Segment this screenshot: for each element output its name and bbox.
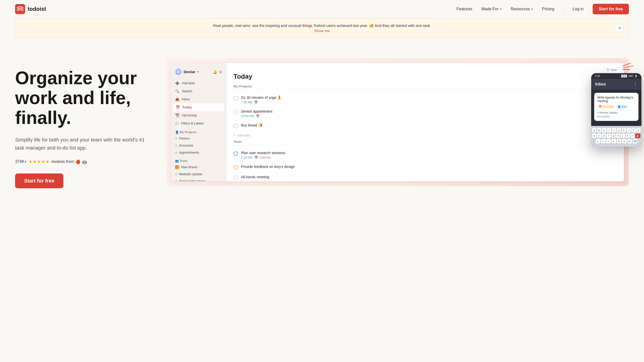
task-name-dentist: Dentist appointment (241, 109, 617, 113)
sidebar-add-task[interactable]: ➕ Add task (171, 79, 226, 87)
sidebar-project-fitness[interactable]: # Fitness (171, 135, 226, 142)
key-t[interactable]: t (612, 128, 616, 132)
task-checkbox-dentist[interactable] (233, 110, 238, 114)
task-content-feedback: Provide feedback on Amy's design (241, 165, 617, 170)
app-main-header: ☰ View (233, 68, 617, 72)
key-c[interactable]: c (606, 139, 611, 144)
task-name-bread: Buy bread 🍞 (241, 123, 617, 127)
task-time-yoga: 7:30 AM (241, 101, 252, 104)
logo-text: todoist (28, 6, 46, 12)
app-main-content: ☰ View Today My Projects Do 30 minutes o… (226, 63, 624, 181)
view-button[interactable]: ☰ View (607, 68, 617, 72)
sidebar-label-add-task: Add task (182, 81, 195, 85)
hero-cta-button[interactable]: Start for free (15, 173, 63, 188)
user-name: Denise (184, 70, 195, 74)
project-label-groceries: Groceries (179, 144, 193, 147)
task-checkbox-bread[interactable] (233, 124, 238, 128)
key-m[interactable]: m (627, 139, 632, 144)
task-name-allhands: All-hands meeting (241, 175, 617, 179)
key-r[interactable]: r (607, 128, 611, 132)
key-j[interactable]: j (621, 133, 625, 138)
today-icon: 📅 (176, 105, 180, 109)
sidebar-project-groceries[interactable]: # Groceries (171, 142, 226, 149)
key-d[interactable]: d (602, 133, 606, 138)
hash-icon-fitness: # (175, 137, 177, 141)
key-u[interactable]: u (622, 128, 626, 132)
add-task-my-projects[interactable]: + Add task (233, 131, 617, 140)
key-q[interactable]: q (592, 128, 596, 132)
key-a[interactable]: a (592, 133, 596, 138)
sidebar-search[interactable]: 🔍 Search (171, 87, 226, 95)
key-n[interactable]: n (622, 139, 627, 144)
upcoming-icon: 📆 (175, 113, 179, 117)
nav-made-for[interactable]: Made For (481, 7, 502, 11)
key-k[interactable]: k (626, 133, 630, 138)
nav-resources[interactable]: Resources (511, 7, 533, 11)
key-o[interactable]: o (631, 128, 636, 132)
key-y[interactable]: y (617, 128, 621, 132)
task-checkbox-research[interactable] (233, 151, 238, 156)
logo-link[interactable]: todoist (15, 4, 46, 14)
key-w[interactable]: w (597, 128, 601, 132)
task-checkbox-yoga[interactable] (233, 96, 238, 101)
sidebar-label-search: Search (182, 89, 192, 93)
task-checkbox-feedback[interactable] (233, 165, 238, 170)
key-g[interactable]: g (611, 133, 615, 138)
sidebar-upcoming[interactable]: 📆 Upcoming (171, 111, 226, 119)
sidebar-project-new-brand[interactable]: New Brand (171, 164, 226, 171)
mobile-status-bar: 8:30 ▊▊▊ WiFi 🔋 (591, 73, 641, 79)
my-projects-section-label: My Projects (233, 84, 617, 90)
task-calendar-dentist: 📅 (256, 114, 260, 118)
sidebar-today[interactable]: 📅 Today (173, 103, 224, 111)
nav-login[interactable]: Log in (573, 7, 584, 11)
key-x[interactable]: x (601, 139, 606, 144)
add-task-icon: + (233, 133, 235, 137)
key-backspace[interactable]: ⌫ (633, 139, 637, 144)
mobile-tags: 📅 Tomorrow 👤 Paul (597, 105, 635, 109)
mobile-keyboard: q w e r t y u i o p a s d (591, 126, 641, 147)
mobile-tag-tomorrow: 📅 Tomorrow (597, 105, 615, 109)
key-f[interactable]: f (607, 133, 611, 138)
nav-features[interactable]: Features (456, 7, 472, 11)
sidebar-project-product-roadmap[interactable]: # Product Roadmap (171, 178, 226, 181)
review-count: 374K+ (15, 159, 27, 164)
key-i[interactable]: i (627, 128, 631, 132)
nav-pricing[interactable]: Pricing (542, 7, 554, 11)
keyboard-row-3: z x c v b n m ⌫ (592, 139, 640, 144)
keyboard-row-2: a s d f g h j k l ▶ (592, 133, 640, 138)
task-meta-research: 2:00 PM 📅 Calendar (241, 156, 617, 159)
key-h[interactable]: h (616, 133, 620, 138)
mobile-inbox-header: Inbox ⋮ (591, 79, 641, 90)
nav-start-cta[interactable]: Start for free (593, 4, 629, 14)
project-label-fitness: Fitness (179, 137, 190, 140)
banner-show-me-link[interactable]: Show me (314, 29, 330, 33)
apple-icon: 🍎 (75, 159, 80, 164)
key-z[interactable]: z (596, 139, 600, 144)
sidebar-inbox[interactable]: 📥 Inbox (171, 95, 226, 103)
sidebar-filters[interactable]: 🏷 Filters & Labels (171, 119, 226, 127)
filter-icon: 🏷 (175, 121, 179, 125)
mobile-more-icon[interactable]: ⋮ (633, 82, 637, 87)
sidebar-project-website-update[interactable]: # Website Update (171, 171, 226, 178)
sidebar-project-appointments[interactable]: # Appointments (171, 149, 226, 156)
task-meta-allhands: ↻ (241, 180, 617, 181)
key-l[interactable]: l (630, 133, 634, 138)
team-section-label: Team (233, 140, 617, 145)
banner-close-button[interactable]: ✕ (616, 24, 624, 32)
task-meta-dentist: 10:00 AM 📅 (241, 114, 617, 118)
key-b[interactable]: b (617, 139, 621, 144)
task-time-dentist: 10:00 AM (241, 114, 254, 118)
app-sidebar: D Denise ▾ 🔔 ⊞ ➕ Add task (171, 63, 226, 181)
key-v[interactable]: v (612, 139, 616, 144)
task-checkbox-allhands[interactable] (233, 175, 238, 180)
key-p[interactable]: p (636, 128, 641, 132)
task-content-allhands: All-hands meeting ↻ (241, 175, 617, 181)
key-s[interactable]: s (597, 133, 601, 138)
task-recurring-icon: ↻ (241, 180, 244, 181)
project-label-appointments: Appointments (179, 151, 199, 154)
battery-icon: 🔋 (634, 75, 637, 77)
key-send[interactable]: ▶ (635, 133, 640, 138)
task-meta-yoga: 7:30 AM 📅 (241, 101, 617, 104)
view-icon: ☰ (607, 68, 609, 72)
key-e[interactable]: e (602, 128, 606, 132)
